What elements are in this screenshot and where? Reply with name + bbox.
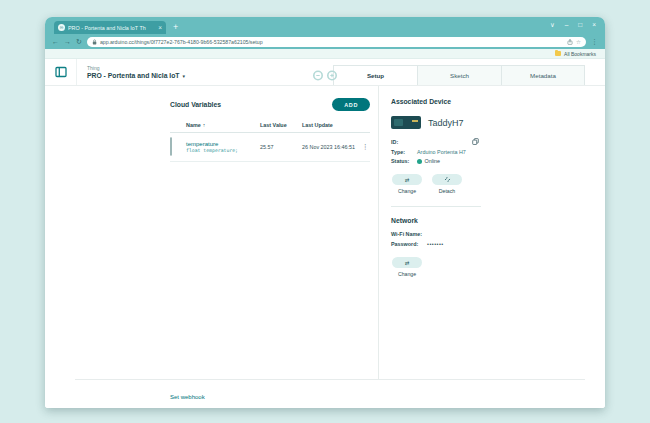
- variables-table: Name ↑ Last Value Last Update temperatur…: [170, 122, 370, 162]
- section-divider: [391, 206, 481, 207]
- arduino-cloud-app: Thing PRO - Portenta and Nicla IoT ▾ Set…: [45, 59, 605, 408]
- detach-icon: [444, 176, 451, 183]
- tab-setup[interactable]: Setup: [333, 65, 417, 85]
- reload-icon[interactable]: ↻: [76, 38, 82, 46]
- browser-window: ∞ PRO - Portenta and Nicla IoT Th × + ∨ …: [45, 17, 605, 408]
- password-value: •••••••: [427, 241, 444, 247]
- browser-toolbar: ← → ↻ app.arduino.cc/things/0f7727e2-767…: [45, 34, 605, 49]
- column-last-value: Last Value: [260, 122, 302, 128]
- row-checkbox[interactable]: [170, 137, 172, 156]
- cloud-variables-heading: Cloud Variables: [170, 101, 221, 108]
- variable-name-link[interactable]: temperature: [186, 141, 260, 147]
- url-input[interactable]: app.arduino.cc/things/0f7727e2-767b-4180…: [87, 37, 586, 47]
- window-maximize-icon[interactable]: □: [578, 21, 582, 29]
- add-variable-button[interactable]: ADD: [332, 98, 370, 111]
- window-controls: ∨ – □ ×: [550, 21, 596, 29]
- variable-last-value: 25.57: [260, 144, 302, 150]
- table-row: temperature float temperature; 25.57 26 …: [170, 133, 370, 162]
- sidebar-toggle-icon[interactable]: [55, 66, 67, 78]
- device-status-value: Online: [425, 158, 441, 164]
- browser-titlebar: ∞ PRO - Portenta and Nicla IoT Th × + ∨ …: [45, 17, 605, 34]
- device-status-label: Status:: [391, 158, 417, 164]
- sort-ascending-icon[interactable]: ↑: [203, 122, 206, 128]
- detach-device-label: Detach: [439, 188, 455, 194]
- network-details: Wi-Fi Name: Password: •••••••: [391, 231, 585, 247]
- arduino-favicon-icon: ∞: [58, 24, 65, 31]
- swap-icon: ⇄: [405, 177, 410, 183]
- online-status-icon: [417, 159, 422, 164]
- device-type-value: Arduino Portenta H7: [417, 149, 466, 155]
- variable-last-update: 26 Nov 2023 16:46:51: [302, 144, 362, 150]
- variable-declaration: float temperature;: [186, 148, 260, 153]
- left-spacer: [45, 86, 170, 379]
- column-last-update: Last Update: [302, 122, 362, 128]
- device-type-label: Type:: [391, 149, 417, 155]
- column-name[interactable]: Name: [186, 122, 201, 128]
- board-thumbnail: [391, 116, 421, 129]
- app-footer: Set webhook: [75, 379, 585, 408]
- arduino-logo-icon: [312, 67, 338, 85]
- new-tab-icon[interactable]: +: [173, 23, 178, 32]
- password-label: Password:: [391, 241, 427, 247]
- bookmark-star-icon[interactable]: ☆: [576, 39, 581, 45]
- thing-tabs: Setup Sketch Metadata: [333, 65, 585, 85]
- device-name: TaddyH7: [428, 118, 464, 128]
- bookmarks-folder-icon: [555, 51, 561, 56]
- device-id-label: ID:: [391, 139, 417, 145]
- browser-tab[interactable]: ∞ PRO - Portenta and Nicla IoT Th ×: [54, 21, 166, 34]
- all-bookmarks-label[interactable]: All Bookmarks: [564, 51, 596, 57]
- thing-eyebrow: Thing: [87, 65, 185, 71]
- device-details: ID: Type: Arduino Portenta H7: [391, 138, 479, 164]
- window-close-icon[interactable]: ×: [592, 21, 596, 29]
- thing-name-dropdown[interactable]: PRO - Portenta and Nicla IoT ▾: [87, 72, 185, 79]
- row-kebab-icon[interactable]: ⋮: [362, 143, 370, 151]
- forward-icon[interactable]: →: [64, 38, 71, 46]
- change-network-button[interactable]: ⇄ Change: [391, 257, 423, 277]
- lock-icon: [92, 39, 97, 45]
- window-menu-icon[interactable]: ∨: [550, 21, 555, 29]
- change-device-button[interactable]: ⇄ Change: [391, 174, 423, 194]
- browser-tab-title: PRO - Portenta and Nicla IoT Th: [68, 25, 155, 31]
- network-heading: Network: [391, 217, 585, 224]
- url-text: app.arduino.cc/things/0f7727e2-767b-4180…: [100, 39, 564, 45]
- app-header: Thing PRO - Portenta and Nicla IoT ▾ Set…: [45, 59, 605, 86]
- tab-metadata[interactable]: Metadata: [501, 65, 585, 85]
- tab-close-icon[interactable]: ×: [158, 25, 162, 31]
- back-icon[interactable]: ←: [52, 38, 59, 46]
- sidebar-rail: [45, 59, 77, 85]
- cloud-variables-panel: Cloud Variables ADD Name ↑ Last Value La…: [170, 86, 378, 379]
- set-webhook-link[interactable]: Set webhook: [170, 394, 205, 400]
- bookmarks-bar: All Bookmarks: [45, 49, 605, 59]
- wifi-name-label: Wi-Fi Name:: [391, 231, 427, 237]
- caret-down-icon: ▾: [183, 73, 186, 79]
- variables-table-header: Name ↑ Last Value Last Update: [170, 122, 370, 133]
- thing-name: PRO - Portenta and Nicla IoT: [87, 72, 180, 79]
- device-panel: Associated Device TaddyH7 ID:: [378, 86, 585, 379]
- change-network-label: Change: [398, 271, 416, 277]
- window-minimize-icon[interactable]: –: [565, 21, 569, 29]
- content-area: Cloud Variables ADD Name ↑ Last Value La…: [45, 86, 605, 379]
- copy-id-icon[interactable]: [472, 138, 479, 145]
- tab-sketch[interactable]: Sketch: [417, 65, 501, 85]
- browser-menu-icon[interactable]: ⋮: [591, 38, 598, 46]
- share-icon[interactable]: [567, 39, 573, 45]
- thing-title-block: Thing PRO - Portenta and Nicla IoT ▾: [87, 65, 185, 80]
- change-device-label: Change: [398, 188, 416, 194]
- detach-device-button[interactable]: Detach: [431, 174, 463, 194]
- swap-icon: ⇄: [405, 260, 410, 266]
- associated-device-heading: Associated Device: [391, 98, 585, 105]
